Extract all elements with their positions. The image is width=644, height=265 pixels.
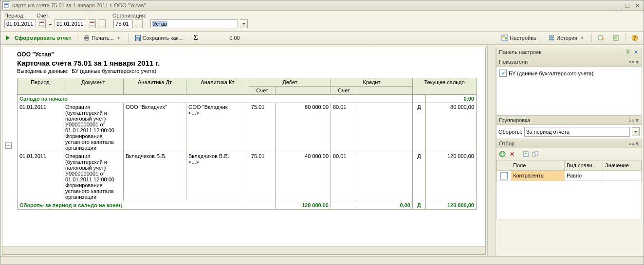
chevron-down-icon: ▼ xyxy=(579,35,586,41)
panel-pin-button[interactable] xyxy=(625,49,631,55)
filter-val-cell[interactable] xyxy=(603,171,642,181)
col-debit-amt xyxy=(276,87,331,95)
account-input[interactable]: 75.01 xyxy=(113,19,133,28)
print-button[interactable]: Печать... ▼ xyxy=(80,33,125,43)
app-icon xyxy=(2,1,10,9)
turns-dropdown-button[interactable] xyxy=(632,127,640,136)
app-window: Карточка счета 75.01 за 1 января 2011 г.… xyxy=(0,0,644,265)
col-balance: Текущее сальдо xyxy=(413,78,477,95)
help-button[interactable]: ? xyxy=(628,33,642,43)
account-select-button[interactable]: ... xyxy=(135,19,143,28)
sum-value: 0,00 xyxy=(201,35,243,41)
date-from-input[interactable]: 01.01.2011 xyxy=(4,19,36,28)
help-icon: ? xyxy=(631,35,638,41)
list-icon xyxy=(548,35,555,41)
svg-rect-23 xyxy=(627,50,629,53)
save-as-button[interactable]: Сохранить как... xyxy=(131,33,186,43)
date-to-input[interactable]: 01.01.2011 xyxy=(55,19,86,28)
filter-col-field: Поле xyxy=(511,160,565,171)
report-org-title: ООО "Устав" xyxy=(17,51,479,58)
turnover-row: Обороты за период и сальдо на конец 120 … xyxy=(18,201,477,210)
svg-rect-10 xyxy=(136,35,140,37)
tool-button-2[interactable] xyxy=(609,33,623,43)
svg-rect-20 xyxy=(614,36,617,39)
svg-rect-11 xyxy=(136,38,139,41)
indicator-bu-row[interactable]: ✓ БУ (данные бухгалтерского учета) xyxy=(498,69,640,78)
filter-col-check xyxy=(497,160,511,171)
collapse-toggle[interactable]: − xyxy=(5,142,12,149)
filter-header[interactable]: Отбор « » ▼ xyxy=(496,139,642,148)
section-arrows-icon[interactable]: « » ▼ xyxy=(628,59,639,65)
balance-start-row: Сальдо на начало 0,00 xyxy=(18,95,477,103)
col-credit-amt xyxy=(357,87,413,95)
panel-close-button[interactable]: ✕ xyxy=(632,49,639,55)
filter-tool-2-button[interactable] xyxy=(531,150,540,159)
turns-select[interactable]: За период отчета xyxy=(524,127,630,137)
tool-icon xyxy=(598,35,605,41)
report-table: Период Документ Аналитика Дт Аналитика К… xyxy=(17,78,477,210)
col-document: Документ xyxy=(63,78,124,95)
col-debit-acct: Счет xyxy=(249,87,276,95)
vertical-scrollbar[interactable] xyxy=(487,45,496,256)
history-button[interactable]: История ▼ xyxy=(545,33,589,43)
toolbar: Сформировать отчет Печать... ▼ Сохранить… xyxy=(0,31,644,45)
date-from-calendar-button[interactable] xyxy=(38,19,46,28)
filter-field-cell[interactable]: Контрагенты xyxy=(511,171,565,181)
tool-icon xyxy=(612,35,619,41)
filter-tool-1-button[interactable] xyxy=(521,150,530,159)
close-button[interactable]: ✕ xyxy=(633,2,642,9)
minimize-button[interactable]: _ xyxy=(613,2,622,9)
svg-rect-13 xyxy=(502,35,505,37)
filter-cmp-cell[interactable]: Равно xyxy=(565,171,603,181)
section-arrows-icon[interactable]: « » ▼ xyxy=(628,118,639,123)
date-to-calendar-button[interactable] xyxy=(88,19,96,28)
svg-rect-1 xyxy=(5,4,8,5)
checkbox-checked-icon[interactable]: ✓ xyxy=(499,70,507,77)
add-filter-button[interactable] xyxy=(498,150,507,159)
settings-panel: Панель настроек ✕ Показатели « » ▼ ✓ БУ … xyxy=(496,47,642,255)
org-dropdown-button[interactable] xyxy=(240,19,248,28)
period-label: Период: xyxy=(4,13,34,18)
title-bar: Карточка счета 75.01 за 1 января 2011 г.… xyxy=(0,0,644,11)
account-label: Счет: xyxy=(37,13,110,18)
col-period: Период xyxy=(18,78,63,95)
turns-label: Обороты: xyxy=(498,129,522,135)
sigma-icon: Σ xyxy=(192,34,200,42)
indicators-body: ✓ БУ (данные бухгалтерского учета) xyxy=(496,67,642,116)
col-credit-acct: Счет xyxy=(331,87,357,95)
col-analytics-kt: Аналитика Кт xyxy=(186,78,249,95)
table-row[interactable]: 01.01.2011 Операция (бухгалтерский и нал… xyxy=(18,103,477,152)
filter-toolbar: ✕ xyxy=(496,148,642,160)
run-report-button[interactable]: Сформировать отчет xyxy=(2,33,74,43)
settings-button[interactable]: Настройка xyxy=(498,33,539,43)
date-separator: – xyxy=(48,21,53,27)
tool-button-1[interactable] xyxy=(594,33,608,43)
report-scroll[interactable]: − ООО "Устав" Карточка счета 75.01 за 1 … xyxy=(2,47,485,246)
section-arrows-icon[interactable]: « » ▼ xyxy=(628,141,639,146)
report-area: − ООО "Устав" Карточка счета 75.01 за 1 … xyxy=(2,47,486,255)
col-analytics-dt: Аналитика Дт xyxy=(124,78,186,95)
indicators-header[interactable]: Показатели « » ▼ xyxy=(496,57,642,67)
period-select-button[interactable]: ... xyxy=(98,19,106,28)
col-credit: Кредит xyxy=(331,78,413,87)
table-row[interactable]: 01.01.2011 Операция (бухгалтерский и нал… xyxy=(18,152,477,201)
horizontal-scrollbar[interactable] xyxy=(2,246,485,254)
filter-row[interactable]: Контрагенты Равно xyxy=(497,171,642,181)
remove-filter-button[interactable]: ✕ xyxy=(508,150,516,159)
disk-icon xyxy=(134,35,141,41)
printer-icon xyxy=(83,35,90,41)
report-title: Карточка счета 75.01 за 1 января 2011 г. xyxy=(17,59,479,67)
svg-rect-5 xyxy=(90,22,94,23)
svg-rect-3 xyxy=(39,22,44,23)
settings-icon xyxy=(501,35,508,41)
parameters-panel: Период: Счет: Организация: 01.01.2011 – … xyxy=(0,11,644,31)
svg-rect-7 xyxy=(85,35,88,37)
svg-rect-18 xyxy=(599,35,602,40)
maximize-button[interactable]: □ xyxy=(623,2,632,9)
grouping-header[interactable]: Группировка « » ▼ xyxy=(496,116,642,125)
content-area: − ООО "Устав" Карточка счета 75.01 за 1 … xyxy=(0,45,644,256)
org-label: Организация: xyxy=(112,13,146,18)
filter-grid: Поле Вид сравн... Значение Контрагенты Р… xyxy=(496,160,642,219)
checkbox-icon[interactable] xyxy=(500,172,508,179)
org-input[interactable]: Устав xyxy=(150,19,238,28)
